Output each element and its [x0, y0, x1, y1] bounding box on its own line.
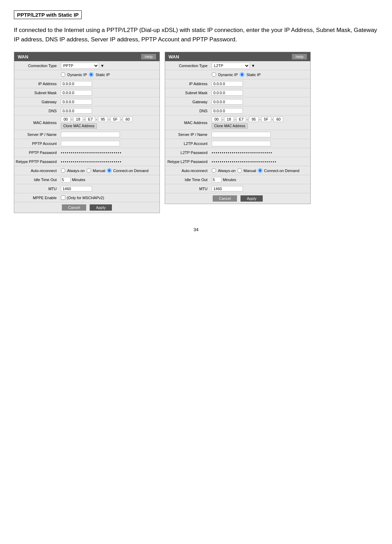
l2tp-server-ip-input[interactable] [212, 132, 271, 137]
pptp-mac-oct3[interactable] [85, 116, 95, 122]
pptp-mppe-checkbox[interactable] [61, 195, 65, 200]
l2tp-mac-sep3: - [247, 117, 248, 121]
l2tp-dynamic-ip-label: Dynamic IP [218, 73, 238, 77]
l2tp-connection-type-select[interactable]: L2TP [212, 63, 250, 69]
pptp-gateway-label: Gateway [14, 100, 59, 104]
pptp-mac-oct5[interactable] [111, 116, 120, 122]
l2tp-idle-timeout-label: Idle Time Out [165, 178, 210, 182]
pptp-dynamic-ip-radio[interactable] [61, 72, 65, 77]
pptp-always-on-radio[interactable] [61, 168, 65, 173]
pptp-subnet-mask-row: Subnet Mask [14, 88, 160, 97]
pptp-account-row: PPTP Account [14, 139, 160, 148]
l2tp-clone-mac-button[interactable]: Clone MAC Address [212, 123, 248, 129]
l2tp-account-input[interactable] [212, 141, 271, 146]
pptp-mac-address-label: MAC Address [14, 121, 59, 125]
pptp-server-ip-input[interactable] [61, 132, 120, 137]
pptp-idle-timeout-value: Minutes [59, 176, 160, 183]
l2tp-server-ip-row: Server IP / Name [165, 130, 310, 139]
l2tp-server-ip-value [210, 131, 310, 138]
l2tp-mac-sep5: - [272, 117, 273, 121]
pptp-help-button[interactable]: Help [141, 54, 156, 59]
panels-container: WAN Help Connection Type PPTP ▼ Dynami [14, 52, 378, 213]
pptp-connection-type-select[interactable]: PPTP [61, 63, 99, 69]
l2tp-ip-address-input[interactable] [212, 81, 243, 87]
l2tp-mtu-row: MTU [165, 184, 310, 193]
pptp-mppe-row: MPPE Enable (Only for MSCHAPv2) [14, 193, 160, 202]
l2tp-ip-mode-row: Dynamic IP Static IP [165, 70, 310, 79]
l2tp-mac-oct2[interactable] [224, 116, 234, 122]
pptp-static-ip-radio[interactable] [89, 72, 93, 77]
l2tp-subnet-mask-input[interactable] [212, 90, 243, 96]
l2tp-mac-address-value: - - - - - Clone MAC Address [210, 115, 310, 130]
l2tp-connection-type-label: Connection Type [165, 64, 210, 68]
l2tp-cancel-button[interactable]: Cancel [213, 195, 237, 202]
l2tp-panel-body: Connection Type L2TP ▼ Dynamic IP Static… [165, 61, 310, 193]
pptp-dns-input[interactable] [61, 108, 92, 114]
l2tp-connection-type-row: Connection Type L2TP ▼ [165, 61, 310, 70]
pptp-apply-button[interactable]: Apply [90, 204, 112, 211]
pptp-mac-sep4: - [108, 117, 110, 121]
pptp-mac-oct6[interactable] [123, 116, 132, 122]
pptp-connection-type-label: Connection Type [14, 64, 59, 68]
l2tp-always-on-radio[interactable] [212, 168, 216, 173]
l2tp-static-ip-radio[interactable] [240, 72, 244, 77]
l2tp-mac-oct5[interactable] [261, 116, 271, 122]
pptp-mtu-input[interactable] [61, 186, 92, 192]
pptp-server-ip-label: Server IP / Name [14, 132, 59, 137]
pptp-clone-mac-button[interactable]: Clone MAC Address [61, 123, 97, 129]
l2tp-help-button[interactable]: Help [292, 54, 307, 59]
l2tp-account-row: L2TP Account [165, 139, 310, 148]
l2tp-apply-button[interactable]: Apply [240, 195, 263, 202]
pptp-password-value: •••••••••••••••••••••••••••••• [59, 150, 160, 155]
l2tp-mac-oct1[interactable] [212, 116, 221, 122]
pptp-mppe-label: MPPE Enable [14, 196, 59, 200]
l2tp-select-arrow-icon: ▼ [251, 64, 255, 68]
l2tp-manual-radio[interactable] [237, 168, 242, 173]
l2tp-gateway-input[interactable] [212, 99, 243, 105]
pptp-mac-sep2: - [84, 117, 85, 121]
l2tp-connect-on-demand-radio[interactable] [258, 168, 262, 173]
pptp-auto-reconnect-value: Always-on Manual Connect-on Demand [59, 168, 160, 173]
l2tp-dynamic-ip-radio[interactable] [212, 72, 216, 77]
pptp-mtu-value [59, 185, 160, 192]
l2tp-dns-input[interactable] [212, 108, 243, 114]
l2tp-mac-sep4: - [259, 117, 261, 121]
pptp-retype-password-label: Retype PPTP Password [14, 160, 59, 164]
pptp-mac-oct1[interactable] [61, 116, 71, 122]
l2tp-mtu-label: MTU [165, 187, 210, 191]
l2tp-mtu-value [210, 185, 310, 192]
pptp-auto-reconnect-label: Auto-reconnect [14, 169, 59, 173]
pptp-account-input[interactable] [61, 141, 120, 146]
l2tp-mtu-input[interactable] [212, 186, 243, 192]
pptp-ip-address-row: IP Address [14, 79, 160, 88]
l2tp-mac-oct3[interactable] [236, 116, 246, 122]
l2tp-retype-password-value: •••••••••••••••••••••••••••••••• [210, 159, 310, 164]
pptp-panel-body: Connection Type PPTP ▼ Dynamic IP Static… [14, 61, 160, 202]
pptp-idle-timeout-input[interactable] [61, 177, 71, 182]
pptp-mac-oct2[interactable] [73, 116, 83, 122]
l2tp-minutes-label: Minutes [223, 178, 236, 182]
l2tp-idle-timeout-input[interactable] [212, 177, 221, 182]
pptp-ip-mode-row: Dynamic IP Static IP [14, 70, 160, 79]
pptp-password-label: PPTP Password [14, 151, 59, 155]
l2tp-mac-oct4[interactable] [249, 116, 259, 122]
pptp-ip-address-input[interactable] [61, 81, 92, 87]
pptp-account-value [59, 140, 160, 147]
pptp-subnet-mask-input[interactable] [61, 90, 92, 96]
pptp-gateway-input[interactable] [61, 99, 92, 105]
pptp-mac-oct4[interactable] [98, 116, 108, 122]
pptp-manual-label: Manual [93, 169, 105, 173]
l2tp-connect-on-demand-label: Connect-on Demand [264, 169, 300, 173]
pptp-cancel-button[interactable]: Cancel [62, 204, 86, 211]
l2tp-retype-password-dots: •••••••••••••••••••••••••••••••• [212, 160, 277, 164]
l2tp-dns-label: DNS [165, 109, 210, 113]
pptp-mac-address-value: - - - - - Clone MAC Address [59, 115, 160, 130]
pptp-password-dots: •••••••••••••••••••••••••••••• [61, 151, 122, 155]
l2tp-password-row: L2TP Password ••••••••••••••••••••••••••… [165, 148, 310, 157]
l2tp-gateway-label: Gateway [165, 100, 210, 104]
l2tp-password-label: L2TP Password [165, 151, 210, 155]
pptp-connect-on-demand-radio[interactable] [107, 168, 112, 173]
pptp-manual-radio[interactable] [87, 168, 91, 173]
pptp-account-label: PPTP Account [14, 141, 59, 146]
l2tp-mac-oct6[interactable] [273, 116, 283, 122]
